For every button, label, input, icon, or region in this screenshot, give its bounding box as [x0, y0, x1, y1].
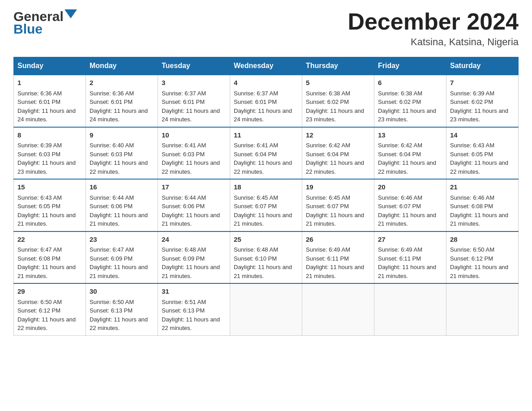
calendar-day-14: 14Sunrise: 6:43 AMSunset: 6:05 PMDayligh…: [446, 127, 519, 180]
daylight-value: Daylight: 11 hours and 21 minutes.: [162, 212, 220, 227]
calendar-week-row: 22Sunrise: 6:47 AMSunset: 6:08 PMDayligh…: [14, 231, 519, 284]
sunrise-value: Sunrise: 6:47 AM: [90, 246, 134, 253]
calendar-day-16: 16Sunrise: 6:44 AMSunset: 6:06 PMDayligh…: [86, 179, 158, 231]
day-number: 16: [90, 182, 154, 193]
sunrise-value: Sunrise: 6:41 AM: [234, 142, 278, 149]
sunrise-value: Sunrise: 6:50 AM: [90, 299, 134, 305]
daylight-value: Daylight: 11 hours and 21 minutes.: [378, 212, 436, 227]
daylight-value: Daylight: 11 hours and 22 minutes.: [306, 159, 364, 175]
calendar-day-22: 22Sunrise: 6:47 AMSunset: 6:08 PMDayligh…: [14, 231, 86, 284]
calendar-day-28: 28Sunrise: 6:50 AMSunset: 6:12 PMDayligh…: [446, 231, 519, 284]
calendar-day-17: 17Sunrise: 6:44 AMSunset: 6:06 PMDayligh…: [158, 179, 230, 231]
calendar-day-20: 20Sunrise: 6:46 AMSunset: 6:07 PMDayligh…: [374, 179, 446, 231]
day-number: 20: [378, 182, 442, 193]
calendar-day-empty: [230, 283, 302, 335]
calendar-day-21: 21Sunrise: 6:46 AMSunset: 6:08 PMDayligh…: [446, 179, 519, 231]
day-number: 21: [450, 182, 515, 193]
sunset-value: Sunset: 6:11 PM: [306, 255, 349, 262]
day-number: 23: [90, 235, 154, 245]
sunset-value: Sunset: 6:04 PM: [234, 151, 277, 158]
sunset-value: Sunset: 6:01 PM: [234, 98, 277, 105]
sunrise-value: Sunrise: 6:48 AM: [162, 246, 206, 253]
calendar-week-row: 29Sunrise: 6:50 AMSunset: 6:12 PMDayligh…: [14, 283, 519, 335]
sunrise-value: Sunrise: 6:44 AM: [90, 194, 134, 201]
sunrise-value: Sunrise: 6:46 AM: [378, 194, 422, 201]
sunrise-value: Sunrise: 6:45 AM: [234, 194, 278, 201]
calendar-day-30: 30Sunrise: 6:50 AMSunset: 6:13 PMDayligh…: [86, 283, 158, 335]
sunrise-value: Sunrise: 6:37 AM: [234, 90, 278, 97]
sunset-value: Sunset: 6:07 PM: [378, 203, 421, 210]
day-number: 17: [162, 182, 226, 193]
sunset-value: Sunset: 6:03 PM: [90, 151, 133, 158]
daylight-value: Daylight: 11 hours and 24 minutes.: [90, 107, 148, 123]
calendar-table: SundayMondayTuesdayWednesdayThursdayFrid…: [13, 57, 519, 336]
day-number: 31: [162, 287, 226, 297]
sunset-value: Sunset: 6:01 PM: [17, 98, 60, 105]
sunrise-value: Sunrise: 6:43 AM: [17, 194, 62, 201]
calendar-day-27: 27Sunrise: 6:49 AMSunset: 6:11 PMDayligh…: [374, 231, 446, 284]
day-number: 10: [162, 130, 226, 141]
calendar-day-13: 13Sunrise: 6:42 AMSunset: 6:04 PMDayligh…: [374, 127, 446, 180]
sunset-value: Sunset: 6:06 PM: [162, 203, 205, 210]
daylight-value: Daylight: 11 hours and 22 minutes.: [234, 159, 292, 175]
sunset-value: Sunset: 6:02 PM: [378, 98, 421, 105]
calendar-day-23: 23Sunrise: 6:47 AMSunset: 6:09 PMDayligh…: [86, 231, 158, 284]
calendar-day-empty: [446, 283, 519, 335]
sunrise-value: Sunrise: 6:38 AM: [378, 90, 422, 97]
daylight-value: Daylight: 11 hours and 22 minutes.: [90, 159, 148, 175]
calendar-day-9: 9Sunrise: 6:40 AMSunset: 6:03 PMDaylight…: [86, 127, 158, 180]
sunrise-value: Sunrise: 6:45 AM: [306, 194, 350, 201]
sunrise-value: Sunrise: 6:37 AM: [162, 90, 206, 97]
sunrise-value: Sunrise: 6:50 AM: [450, 246, 494, 253]
calendar-day-empty: [374, 283, 446, 335]
sunrise-value: Sunrise: 6:49 AM: [306, 246, 350, 253]
daylight-value: Daylight: 11 hours and 21 minutes.: [450, 212, 508, 227]
sunset-value: Sunset: 6:13 PM: [162, 307, 205, 314]
sunset-value: Sunset: 6:04 PM: [378, 151, 421, 158]
day-number: 6: [378, 78, 442, 88]
calendar-day-1: 1Sunrise: 6:36 AMSunset: 6:01 PMDaylight…: [14, 75, 86, 127]
sunset-value: Sunset: 6:09 PM: [162, 255, 205, 262]
sunset-value: Sunset: 6:10 PM: [234, 255, 277, 262]
day-header-monday: Monday: [86, 57, 158, 75]
calendar-day-2: 2Sunrise: 6:36 AMSunset: 6:01 PMDaylight…: [86, 75, 158, 127]
sunset-value: Sunset: 6:02 PM: [450, 98, 493, 105]
day-header-tuesday: Tuesday: [158, 57, 230, 75]
sunrise-value: Sunrise: 6:42 AM: [378, 142, 422, 149]
calendar-day-5: 5Sunrise: 6:38 AMSunset: 6:02 PMDaylight…: [302, 75, 374, 127]
daylight-value: Daylight: 11 hours and 21 minutes.: [234, 212, 292, 227]
sunset-value: Sunset: 6:01 PM: [90, 98, 133, 105]
sunset-value: Sunset: 6:03 PM: [162, 151, 205, 158]
calendar-day-29: 29Sunrise: 6:50 AMSunset: 6:12 PMDayligh…: [14, 283, 86, 335]
sunset-value: Sunset: 6:05 PM: [17, 203, 60, 210]
daylight-value: Daylight: 11 hours and 21 minutes.: [306, 264, 364, 279]
daylight-value: Daylight: 11 hours and 23 minutes.: [378, 107, 436, 123]
daylight-value: Daylight: 11 hours and 24 minutes.: [234, 107, 292, 123]
day-header-wednesday: Wednesday: [230, 57, 302, 75]
day-number: 29: [17, 287, 82, 297]
calendar-day-11: 11Sunrise: 6:41 AMSunset: 6:04 PMDayligh…: [230, 127, 302, 180]
calendar-day-7: 7Sunrise: 6:39 AMSunset: 6:02 PMDaylight…: [446, 75, 519, 127]
sunset-value: Sunset: 6:12 PM: [17, 307, 60, 314]
calendar-week-row: 1Sunrise: 6:36 AMSunset: 6:01 PMDaylight…: [14, 75, 519, 127]
day-header-saturday: Saturday: [446, 57, 519, 75]
sunset-value: Sunset: 6:09 PM: [90, 255, 133, 262]
daylight-value: Daylight: 11 hours and 22 minutes.: [162, 159, 220, 175]
svg-marker-0: [64, 9, 77, 18]
calendar-week-row: 15Sunrise: 6:43 AMSunset: 6:05 PMDayligh…: [14, 179, 519, 231]
daylight-value: Daylight: 11 hours and 23 minutes.: [306, 107, 364, 123]
day-number: 3: [162, 78, 226, 88]
sunrise-value: Sunrise: 6:47 AM: [17, 246, 62, 253]
sunset-value: Sunset: 6:02 PM: [306, 98, 349, 105]
sunset-value: Sunset: 6:04 PM: [306, 151, 349, 158]
sunset-value: Sunset: 6:01 PM: [162, 98, 205, 105]
day-number: 26: [306, 235, 370, 245]
calendar-week-row: 8Sunrise: 6:39 AMSunset: 6:03 PMDaylight…: [14, 127, 519, 180]
day-number: 5: [306, 78, 370, 88]
daylight-value: Daylight: 11 hours and 21 minutes.: [17, 212, 76, 227]
sunrise-value: Sunrise: 6:39 AM: [450, 90, 494, 97]
calendar-header-row: SundayMondayTuesdayWednesdayThursdayFrid…: [14, 57, 519, 75]
calendar-day-4: 4Sunrise: 6:37 AMSunset: 6:01 PMDaylight…: [230, 75, 302, 127]
title-area: December 2024 Katsina, Katsina, Nigeria: [348, 9, 519, 48]
sunset-value: Sunset: 6:13 PM: [90, 307, 133, 314]
